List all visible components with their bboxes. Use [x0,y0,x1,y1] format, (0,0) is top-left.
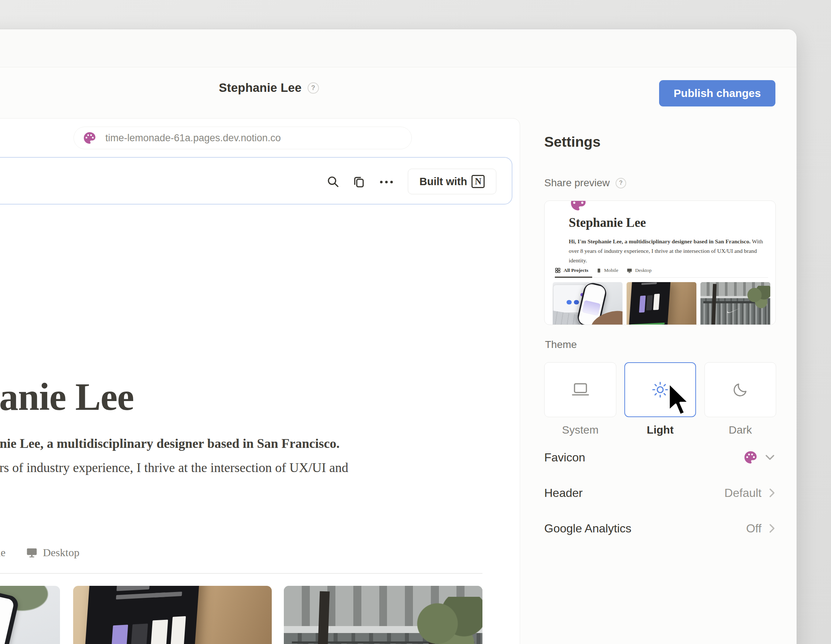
theme-label-system: System [544,424,616,436]
built-with-label: Built with [420,175,467,188]
preview-thumb-laptop [627,282,696,325]
page-title-row: Stephanie Lee ? [177,78,360,97]
help-icon[interactable]: ? [616,178,626,188]
theme-option-system[interactable] [544,362,616,417]
site-preview-card: time-lemonade-61a.pages.dev.notion.co Bu… [0,118,520,644]
header-value: Default [724,486,761,500]
moon-icon [732,381,749,398]
google-analytics-value: Off [746,522,761,535]
tab-mobile[interactable]: Mobile [0,546,5,559]
palette-icon [83,131,97,145]
preview-active-tab-underline [555,277,592,278]
settings-title: Settings [544,134,600,150]
site-url-pill[interactable]: time-lemonade-61a.pages.dev.notion.co [73,127,412,149]
google-analytics-row[interactable]: Google Analytics Off [544,516,775,540]
preview-heading: Stephanie Lee [569,215,646,230]
browser-toolbar: Built with N [0,157,513,204]
palette-icon [570,201,587,212]
theme-label-dark: Dark [704,424,776,436]
site-url: time-lemonade-61a.pages.dev.notion.co [105,132,281,144]
preview-thumb-phone [552,282,622,325]
page-title: Stephanie Lee [219,81,301,95]
theme-option-dark[interactable] [704,362,776,417]
chevron-right-icon [768,523,775,534]
header-row[interactable]: Header Default [544,481,775,505]
theme-label-light: Light [624,424,696,436]
header-label: Header [544,486,583,500]
theme-option-light[interactable] [624,362,696,417]
monitor-icon [627,268,632,273]
preview-tab-mobile: Mobile [597,268,619,273]
site-intro-line1: Hi, I'm Stephanie Lee, a multidisciplina… [0,436,339,451]
favicon-label: Favicon [544,451,585,464]
notion-logo-icon: N [471,175,485,188]
monitor-icon [25,547,38,558]
google-analytics-label: Google Analytics [544,522,631,535]
share-preview-row: Share preview ? [544,177,626,189]
chevron-right-icon [768,488,775,498]
window-toolbar [0,29,797,67]
sun-icon [651,381,669,399]
copy-icon[interactable] [352,175,366,189]
chevron-down-icon [764,454,775,461]
tabs-divider [0,573,482,574]
more-options-icon[interactable] [377,175,395,189]
favicon-row[interactable]: Favicon [544,446,775,469]
project-image-laptop [73,586,272,644]
site-hero-heading: Stephanie Lee [0,375,134,419]
tab-desktop[interactable]: Desktop [25,546,80,559]
preview-tab-all-projects: All Projects [555,268,589,273]
site-project-tabs: All Projects Mobile Desktop [0,546,80,559]
screen: Stephanie Lee ? Publish changes time-lem… [0,0,831,644]
phone-icon [597,268,601,273]
preview-thumb-storefront [700,282,770,325]
project-image-phone [0,586,60,644]
laptop-icon [571,382,590,398]
preview-tab-desktop: Desktop [627,268,652,273]
palette-icon [743,450,758,465]
share-preview-label: Share preview [544,177,610,189]
site-intro-line2: With over 8 years of industry experience… [0,460,348,475]
built-with-notion-button[interactable]: Built with N [408,169,496,194]
preview-tabs: All Projects Mobile Desktop [555,268,652,273]
theme-label: Theme [545,339,577,351]
preview-intro: Hi, I'm Stephanie Lee, a multidisciplina… [569,237,766,265]
search-icon[interactable] [326,175,341,189]
grid-icon [555,268,561,273]
project-image-storefront [284,586,482,644]
share-preview-card: Stephanie Lee Hi, I'm Stephanie Lee, a m… [544,201,776,325]
publish-changes-button[interactable]: Publish changes [659,80,775,107]
help-icon[interactable]: ? [307,82,319,94]
